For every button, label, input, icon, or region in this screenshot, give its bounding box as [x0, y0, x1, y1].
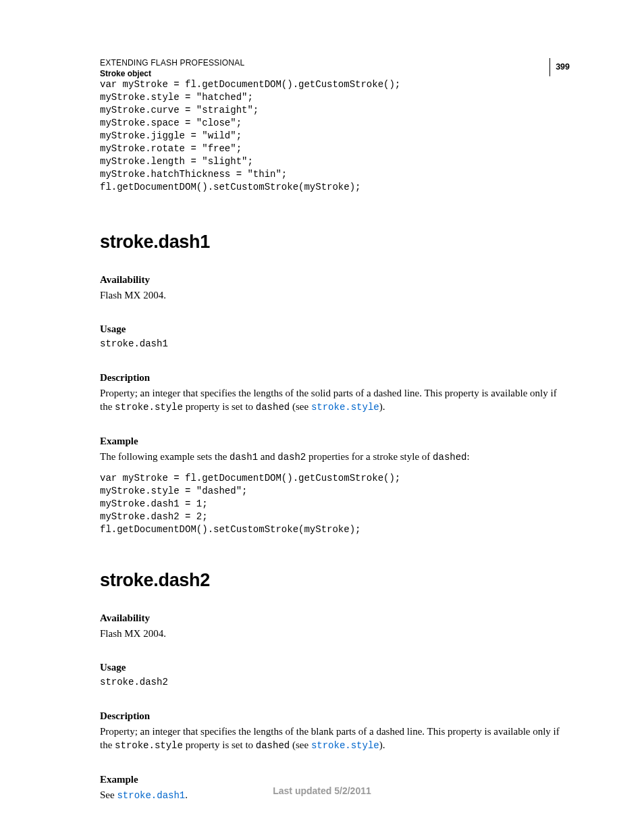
ex-mono1: dash1	[230, 452, 258, 463]
header-chapter-title: Stroke object	[100, 69, 244, 78]
link-stroke-style[interactable]: stroke.style	[311, 402, 379, 413]
desc2-mono1: stroke.style	[115, 740, 183, 751]
header-book-title: EXTENDING FLASH PROFESSIONAL	[100, 58, 244, 68]
text-description-dash1: Property; an integer that specifies the …	[100, 386, 570, 414]
desc-mono1: stroke.style	[115, 402, 183, 413]
header-left: EXTENDING FLASH PROFESSIONAL Stroke obje…	[100, 58, 244, 78]
label-description: Description	[100, 372, 570, 384]
label-availability-2: Availability	[100, 613, 570, 624]
label-example: Example	[100, 436, 570, 447]
text-description-dash2: Property; an integer that specifies the …	[100, 725, 570, 752]
ex-mid2: properties for a stroke style of	[306, 451, 433, 462]
desc-mono2: dashed	[256, 402, 290, 413]
desc2-post: ).	[379, 739, 385, 750]
text-availability: Flash MX 2004.	[100, 288, 570, 302]
code-example-dash1: var myStroke = fl.getDocumentDOM().getCu…	[100, 472, 570, 536]
ex-pre: The following example sets the	[100, 451, 230, 462]
desc2-mono2: dashed	[256, 740, 290, 751]
desc-post: ).	[379, 401, 385, 412]
heading-stroke-dash2: stroke.dash2	[100, 570, 570, 591]
ex-mid1: and	[258, 451, 277, 462]
ex-mono2: dash2	[277, 452, 306, 463]
desc2-mid1: property is set to	[183, 739, 256, 750]
ex-mono3: dashed	[433, 452, 466, 463]
page-header: EXTENDING FLASH PROFESSIONAL Stroke obje…	[100, 58, 570, 78]
link-stroke-style-2[interactable]: stroke.style	[311, 740, 379, 751]
desc2-mid2: (see	[290, 739, 311, 750]
desc-mid2: (see	[290, 401, 311, 412]
page-container: EXTENDING FLASH PROFESSIONAL Stroke obje…	[0, 0, 644, 834]
label-description-2: Description	[100, 710, 570, 722]
text-availability-2: Flash MX 2004.	[100, 627, 570, 640]
desc-mid1: property is set to	[183, 401, 256, 412]
label-availability: Availability	[100, 274, 570, 286]
heading-stroke-dash1: stroke.dash1	[100, 232, 570, 253]
footer-last-updated: Last updated 5/2/2011	[0, 785, 644, 796]
code-usage-dash2: stroke.dash2	[100, 676, 570, 689]
page-number: 399	[549, 58, 570, 76]
code-block-top: var myStroke = fl.getDocumentDOM().getCu…	[100, 78, 570, 194]
label-usage: Usage	[100, 323, 570, 335]
text-example-dash1: The following example sets the dash1 and…	[100, 450, 570, 464]
label-example-2: Example	[100, 774, 570, 785]
label-usage-2: Usage	[100, 662, 570, 673]
ex-post: :	[467, 451, 470, 462]
code-usage-dash1: stroke.dash1	[100, 338, 570, 350]
